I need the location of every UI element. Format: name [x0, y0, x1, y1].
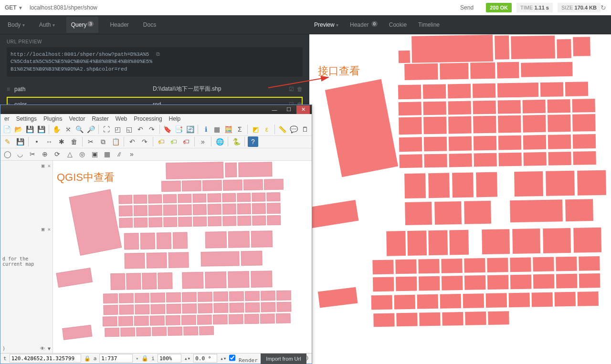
zoom-out-icon[interactable]: 🔎	[86, 124, 95, 135]
qgis-toolbar-3[interactable]: ◯◡✂⊕⟳△◎▣▦⫽»	[0, 148, 312, 161]
redo-icon[interactable]: ↷	[139, 136, 150, 147]
panel-undock-icon[interactable]: ▣	[42, 226, 45, 232]
menu-item[interactable]: Web	[116, 115, 127, 122]
filter-icon[interactable]: ▼	[48, 346, 51, 351]
qgis-toolbar-1[interactable]: 📄📂💾💾 ✋⤧🔍🔎 ⛶◰◱↶↷ 🔖📑🔄 ℹ▦🧮Σ ◩ε 📏💬🗒	[0, 123, 312, 135]
send-button[interactable]: Send	[454, 4, 479, 11]
table-icon[interactable]: ▦	[212, 124, 222, 135]
tab-timeline[interactable]: Timeline	[418, 21, 440, 28]
tab-query[interactable]: Query3	[66, 17, 99, 33]
tab-header[interactable]: Header	[107, 16, 131, 34]
reshape-icon[interactable]: ◡	[15, 149, 25, 159]
save-edits-icon[interactable]: 💾	[15, 136, 25, 147]
delete-icon[interactable]: 🗑	[69, 136, 79, 147]
new-bookmark-icon[interactable]: 🔖	[163, 124, 172, 135]
text-annot-icon[interactable]: 🗒	[300, 124, 310, 135]
tab-auth[interactable]: Auth ▾	[36, 16, 58, 34]
panel-close-icon[interactable]: ✕	[47, 163, 51, 169]
paste-icon[interactable]: 📋	[110, 136, 121, 147]
http-method-dropdown[interactable]: GET ▼	[5, 4, 26, 11]
panel-undock-icon[interactable]: ▣	[42, 163, 45, 169]
select-expr-icon[interactable]: ε	[262, 124, 272, 135]
qgis-side-panel[interactable]: ▣ ✕ ▣ ✕ d for the current map ) 👁 ▼	[0, 161, 53, 353]
magnifier-input[interactable]	[158, 354, 181, 363]
help-icon[interactable]: ?	[248, 136, 258, 147]
coord-icon[interactable]: t	[3, 355, 7, 362]
copy-icon[interactable]: ⧉	[156, 51, 299, 73]
label2-icon[interactable]: 🏷	[169, 136, 179, 147]
menu-item[interactable]: Vector	[69, 115, 85, 122]
tab-body[interactable]: Body ▾	[5, 16, 28, 34]
param-key[interactable]: path	[14, 86, 153, 93]
maximize-button[interactable]: ☐	[282, 105, 295, 114]
cut-icon[interactable]: ✂	[85, 136, 96, 147]
history-icon[interactable]: ↻	[600, 4, 606, 11]
measure-icon[interactable]: 📏	[278, 124, 287, 135]
qgis-titlebar[interactable]: — ☐ ✕	[0, 105, 312, 114]
menu-item[interactable]: Processing	[134, 115, 162, 122]
move-icon[interactable]: ↔	[44, 136, 54, 147]
rotation-input[interactable]	[193, 354, 217, 363]
menu-item[interactable]: Plugins	[43, 115, 62, 122]
digitize-icon[interactable]: ◯	[2, 149, 13, 159]
zoom-sel-icon[interactable]: ◰	[113, 124, 123, 135]
ring-icon[interactable]: ◎	[77, 149, 87, 159]
part-icon[interactable]: ▣	[89, 149, 100, 159]
render-checkbox[interactable]: Render	[229, 354, 257, 364]
menu-item[interactable]: Settings	[16, 115, 37, 122]
merge-icon[interactable]: ⊕	[40, 149, 50, 159]
rotate-icon[interactable]: ⟳	[52, 149, 63, 159]
label3-icon[interactable]: 🏷	[181, 136, 191, 147]
select-icon[interactable]: ◩	[251, 124, 260, 135]
node-icon[interactable]: ✱	[56, 136, 67, 147]
zoom-last-icon[interactable]: ↶	[136, 124, 145, 135]
stepper-icon[interactable]: ▴▾	[220, 355, 226, 362]
tab-preview[interactable]: Preview ▾	[314, 21, 338, 28]
zoom-layer-icon[interactable]: ◱	[125, 124, 134, 135]
tips-icon[interactable]: 💬	[289, 124, 298, 135]
drag-icon[interactable]: ≡	[7, 86, 14, 93]
url-input[interactable]	[26, 4, 454, 11]
chevron-right-icon[interactable]: »	[198, 136, 208, 147]
scale-icon[interactable]: 🔒	[84, 355, 91, 362]
scale-input[interactable]	[99, 354, 133, 363]
zoom-full-icon[interactable]: ⛶	[102, 124, 111, 135]
qgis-map-canvas[interactable]: QGIS中查看	[53, 161, 312, 353]
stepper-icon[interactable]: ▴▾	[184, 355, 190, 362]
import-from-url-button[interactable]: Import from Url	[261, 354, 306, 364]
pan-select-icon[interactable]: ⤧	[63, 124, 73, 135]
save-icon[interactable]: 💾	[25, 124, 35, 135]
show-bookmark-icon[interactable]: 📑	[174, 124, 184, 135]
refresh-icon[interactable]: 🔄	[185, 124, 195, 135]
pan-icon[interactable]: ✋	[52, 124, 62, 135]
param-value[interactable]: D:\\data\\地下一层平面.shp	[153, 85, 286, 93]
open-icon[interactable]: 📂	[14, 124, 23, 135]
menu-item[interactable]: Raster	[92, 115, 108, 122]
simplify-icon[interactable]: △	[64, 149, 75, 159]
close-button[interactable]: ✕	[296, 105, 310, 114]
zoom-in-icon[interactable]: 🔍	[75, 124, 84, 135]
python-icon[interactable]: 🐍	[231, 136, 242, 147]
qgis-menubar[interactable]: er Settings Plugins Vector Raster Web Pr…	[0, 114, 312, 123]
undo-icon[interactable]: ↶	[127, 136, 137, 147]
calc-icon[interactable]: 🧮	[224, 124, 233, 135]
lock-icon[interactable]: 🔒	[141, 355, 148, 362]
menu-item[interactable]: er	[4, 115, 10, 122]
edit-icon[interactable]: ✎	[2, 136, 13, 147]
tab-cookie[interactable]: Cookie	[389, 21, 407, 28]
identify-icon[interactable]: ℹ	[201, 124, 211, 135]
copy-icon[interactable]: ⧉	[98, 136, 108, 147]
fill-icon[interactable]: ▦	[102, 149, 112, 159]
menu-item[interactable]: Help	[169, 115, 181, 122]
qgis-toolbar-2[interactable]: ✎💾 •↔✱🗑 ✂⧉📋 ↶↷ 🏷🏷🏷 » 🌐 🐍 ?	[0, 136, 312, 148]
osm-icon[interactable]: 🌐	[214, 136, 225, 147]
offset-icon[interactable]: ⫽	[114, 149, 125, 159]
tab-resp-header[interactable]: Header 0	[350, 21, 378, 28]
minimize-button[interactable]: —	[268, 105, 281, 114]
param-row[interactable]: ≡ path D:\\data\\地下一层平面.shp ☑ 🗑	[7, 82, 303, 97]
tab-docs[interactable]: Docs	[140, 16, 159, 34]
coords-input[interactable]	[10, 354, 81, 363]
split-icon[interactable]: ✂	[27, 149, 38, 159]
new-icon[interactable]: 📄	[2, 124, 12, 135]
preset-icon[interactable]: 👁	[40, 346, 45, 351]
